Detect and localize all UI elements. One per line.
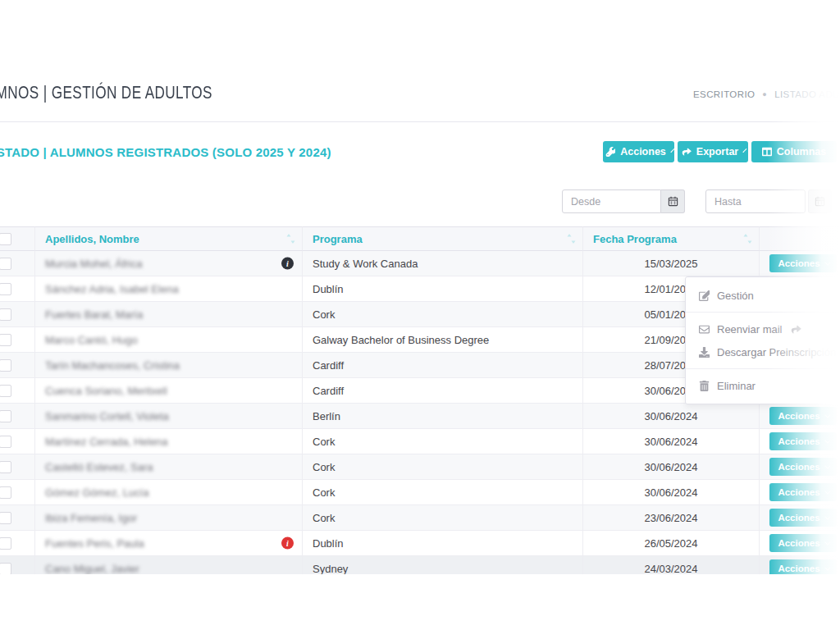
row-checkbox-cell: [0, 327, 34, 353]
row-acciones-button[interactable]: Acciones: [769, 559, 837, 574]
program-name: Cork: [313, 461, 335, 473]
student-name: Fuertes Barat, María: [45, 308, 143, 321]
wrench-icon: [605, 147, 615, 157]
table-row: Fuentes Peris, Paula i Dublín 26/05/2024…: [0, 531, 840, 556]
table-row: Castelló Estevez, Sara i Cork 30/06/2024…: [0, 454, 840, 480]
header-divider: [0, 121, 840, 122]
row-checkbox-cell: [0, 276, 34, 302]
header-fecha-programa[interactable]: Fecha Programa: [582, 226, 759, 251]
header-programa[interactable]: Programa: [302, 226, 582, 251]
row-checkbox-cell: [0, 454, 34, 480]
calendar-icon: [815, 196, 825, 207]
row-checkbox-cell: [0, 404, 34, 429]
program-name: Galway Bachelor of Business Degree: [313, 334, 489, 346]
breadcrumb-current: LISTADO ADULTOS: [774, 89, 840, 99]
chevron-down-icon: [824, 412, 830, 418]
acciones-toolbar-button[interactable]: Acciones: [603, 141, 674, 162]
select-all-header: [0, 226, 34, 251]
program-date: 30/06/2024: [644, 461, 697, 473]
desde-calendar-button[interactable]: [661, 189, 685, 213]
program-date: 23/06/2024: [644, 512, 697, 524]
student-name: Martínez Cerrada, Helena: [45, 436, 168, 448]
menu-item-gestion[interactable]: Gestión: [686, 284, 840, 307]
row-acciones-button[interactable]: Acciones: [769, 458, 837, 476]
acciones-label: Acciones: [620, 146, 666, 158]
student-name: Tarín Machancoses, Cristina: [45, 359, 180, 372]
menu-item-eliminar[interactable]: Eliminar: [686, 374, 840, 397]
row-checkbox[interactable]: [0, 258, 11, 270]
student-name: Fuentes Peris, Paula: [45, 537, 144, 550]
program-name: Study & Work Canada: [313, 258, 418, 270]
student-name: Castelló Estevez, Sara: [45, 461, 153, 473]
chevron-down-icon: [824, 514, 830, 519]
student-name: Gómez Gómez, Lucía: [45, 486, 148, 499]
student-name: Sánchez Adria, Isabel Elena: [45, 283, 179, 295]
row-checkbox-cell: [0, 505, 34, 531]
desde-input[interactable]: [562, 189, 661, 213]
row-actions-dropdown: Gestión Reenviar mail Descargar Preinscr…: [685, 276, 840, 404]
forward-icon: [791, 324, 801, 335]
exportar-toolbar-button[interactable]: Exportar: [678, 141, 748, 162]
program-name: Berlín: [313, 410, 340, 422]
row-checkbox[interactable]: [0, 436, 11, 448]
row-checkbox-cell: [0, 251, 34, 276]
hasta-filter-group: [705, 189, 832, 213]
row-checkbox-cell: [0, 429, 34, 454]
row-checkbox-cell: [0, 353, 34, 378]
chevron-down-icon: [824, 463, 830, 468]
admin-page: ALUMNOS | GESTIÓN DE ADULTOS ESCRITORIO●…: [0, 0, 840, 630]
row-acciones-button[interactable]: Acciones: [769, 254, 837, 272]
breadcrumb: ESCRITORIO●LISTADO ADULTOS: [693, 89, 840, 99]
row-checkbox[interactable]: [0, 410, 11, 422]
student-name: Cuenca Soriano, Meritxell: [45, 385, 167, 397]
program-date: 30/06/2024: [644, 486, 697, 499]
table-header-row: Apellidos, Nombre Programa Fecha Program…: [0, 226, 840, 251]
row-acciones-button[interactable]: Acciones: [769, 483, 837, 501]
breadcrumb-home[interactable]: ESCRITORIO: [693, 89, 755, 99]
row-checkbox[interactable]: [0, 334, 11, 346]
desde-filter-group: [562, 189, 685, 213]
table-row: Gómez Gómez, Lucía i Cork 30/06/2024 Acc…: [0, 480, 840, 505]
row-checkbox-cell: [0, 378, 34, 404]
columnas-toolbar-button[interactable]: Columnas: [751, 141, 837, 162]
program-name: Cork: [313, 436, 335, 448]
share-icon: [682, 147, 692, 157]
table-row: Cano Miguel, Javier i Sydney 24/03/2024 …: [0, 556, 840, 574]
row-checkbox[interactable]: [0, 308, 11, 321]
row-checkbox[interactable]: [0, 461, 11, 473]
info-icon[interactable]: i: [281, 258, 294, 270]
row-acciones-button[interactable]: Acciones: [769, 432, 837, 450]
hasta-calendar-button[interactable]: [808, 189, 832, 213]
student-name: Sanmarino Cortell, Violeta: [45, 410, 169, 422]
row-checkbox[interactable]: [0, 537, 11, 550]
table-row: Martínez Cerrada, Helena i Cork 30/06/20…: [0, 429, 840, 454]
breadcrumb-separator-icon: ●: [762, 90, 767, 98]
table-row: Sanmarino Cortell, Violeta i Berlín 30/0…: [0, 404, 840, 429]
hasta-input[interactable]: [705, 189, 806, 213]
trash-icon: [699, 381, 710, 391]
select-all-checkbox[interactable]: [0, 233, 11, 245]
menu-item-reenviar-mail[interactable]: Reenviar mail: [686, 317, 840, 340]
envelope-icon: [699, 324, 710, 335]
row-acciones-button[interactable]: Acciones: [769, 407, 837, 425]
row-checkbox-cell: [0, 480, 34, 505]
info-icon[interactable]: i: [281, 537, 294, 550]
program-name: Sydney: [313, 563, 348, 575]
row-checkbox[interactable]: [0, 486, 11, 499]
chevron-down-icon: [824, 437, 830, 443]
row-checkbox[interactable]: [0, 563, 11, 574]
row-checkbox[interactable]: [0, 283, 11, 295]
exportar-label: Exportar: [696, 146, 738, 158]
row-checkbox-cell: [0, 531, 34, 556]
row-acciones-button[interactable]: Acciones: [769, 509, 837, 527]
row-acciones-button[interactable]: Acciones: [769, 534, 837, 552]
row-checkbox[interactable]: [0, 512, 11, 524]
row-checkbox[interactable]: [0, 359, 11, 372]
edit-icon: [699, 290, 710, 301]
table-row: Murcia Mohel, África i Study & Work Cana…: [0, 251, 840, 276]
menu-item-descargar-preinscripcion[interactable]: Descargar Preinscripción: [686, 340, 840, 363]
program-name: Cork: [313, 308, 335, 321]
row-checkbox[interactable]: [0, 385, 11, 397]
header-apellidos-nombre[interactable]: Apellidos, Nombre: [34, 226, 302, 251]
program-name: Cork: [313, 512, 335, 524]
